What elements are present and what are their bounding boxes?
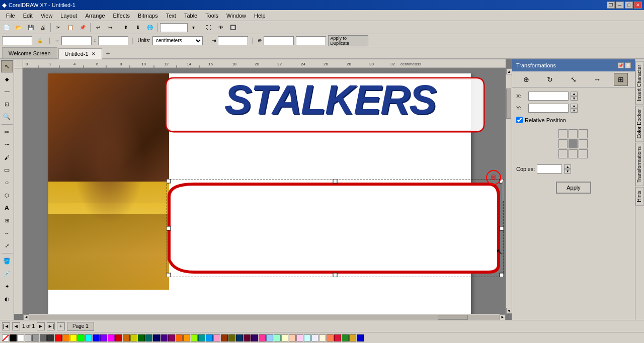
color-swatch-hotpink[interactable] (259, 334, 266, 341)
tool-dimension[interactable]: ↔ (1, 227, 13, 239)
export-button[interactable]: ⬇ (132, 22, 143, 33)
color-swatch-brown[interactable] (221, 334, 228, 341)
apply-button[interactable]: Apply (556, 182, 591, 194)
tool-interactive[interactable]: ✦ (1, 280, 13, 292)
transform-skew-icon[interactable]: ↔ (590, 73, 604, 86)
page-add-button[interactable]: + (57, 322, 65, 330)
paste-button[interactable]: 📌 (77, 22, 88, 33)
color-swatch-lightpink[interactable] (296, 334, 303, 341)
color-swatch-orange2[interactable] (176, 334, 183, 341)
open-button[interactable]: 📂 (13, 22, 24, 33)
color-swatch-darkorange[interactable] (123, 334, 130, 341)
tab-document[interactable]: Untitled-1 ✕ (58, 48, 102, 59)
y-input[interactable]: 0,0 cm (528, 104, 569, 113)
save-button[interactable]: 💾 (25, 22, 36, 33)
scroll-track-h[interactable] (29, 315, 500, 320)
menu-window[interactable]: Window (222, 12, 250, 20)
width-input[interactable]: 32,0 cm (61, 36, 92, 45)
menu-bitmaps[interactable]: Bitmaps (134, 12, 162, 20)
copy-button[interactable]: 📋 (65, 22, 76, 33)
color-swatch-crimson[interactable] (334, 334, 341, 341)
tool-shadow[interactable]: ◐ (1, 293, 13, 305)
color-swatch-goldenrod[interactable] (349, 334, 356, 341)
panel-pin-button[interactable]: 📌 (618, 62, 624, 68)
restore-button[interactable]: ❐ (607, 2, 615, 9)
color-swatch-coral[interactable] (327, 334, 334, 341)
color-swatch-lightblue[interactable] (266, 334, 273, 341)
panel-close-button[interactable]: ✕ (625, 62, 631, 68)
color-swatch-lightsalmon[interactable] (289, 334, 296, 341)
hints-tab[interactable]: Hints (635, 187, 644, 206)
height-input[interactable]: 43,0 cm (98, 36, 128, 45)
tool-polygon[interactable]: ⬡ (1, 189, 13, 201)
menu-help[interactable]: Help (250, 12, 270, 20)
color-swatch-darkred[interactable] (115, 334, 122, 341)
lock-ratio-button[interactable]: 🔒 (34, 35, 45, 46)
menu-layout[interactable]: Layout (56, 12, 81, 20)
anchor-bl[interactable] (558, 149, 568, 158)
full-screen-button[interactable]: ⛶ (203, 22, 214, 33)
bottom-shape-container[interactable] (167, 179, 504, 277)
tab-add-button[interactable]: + (103, 48, 113, 58)
color-swatch-magenta[interactable] (108, 334, 115, 341)
tool-fill[interactable]: 🪣 (1, 255, 13, 267)
color-swatch-mediumblue[interactable] (357, 334, 364, 341)
tool-connector[interactable]: ⤢ (1, 239, 13, 251)
tool-artistic-media[interactable]: 🖌 (1, 151, 13, 163)
copies-up-button[interactable]: ▲ (564, 164, 571, 169)
minimize-button[interactable]: ─ (616, 2, 624, 9)
scroll-right-button[interactable]: ► (500, 314, 506, 320)
copies-input[interactable]: 1 (537, 164, 562, 174)
color-swatch-lightgray[interactable] (311, 334, 318, 341)
color-swatch-navy[interactable] (236, 334, 243, 341)
zoom-dropdown[interactable]: ▾ (188, 22, 199, 33)
color-swatch-yellow[interactable] (70, 334, 77, 341)
page-first-button[interactable]: |◄ (2, 322, 10, 330)
anchor-tc[interactable] (569, 129, 578, 138)
color-docker-tab[interactable]: Color Docker (635, 106, 644, 142)
tool-rectangle[interactable]: ▭ (1, 164, 13, 176)
undo-button[interactable]: ↩ (93, 22, 104, 33)
color-swatch-white[interactable] (17, 334, 24, 341)
color-swatch-gray1[interactable] (25, 334, 32, 341)
new-button[interactable]: 📄 (1, 22, 12, 33)
y-coord-input[interactable]: 0,635 cm (296, 36, 326, 45)
tab-close-icon[interactable]: ✕ (92, 51, 96, 56)
color-swatch-maroon[interactable] (244, 334, 251, 341)
maximize-button[interactable]: □ (625, 2, 633, 9)
menu-view[interactable]: View (37, 12, 57, 20)
insert-character-tab[interactable]: Insert Character (635, 61, 644, 105)
color-swatch-forestgreen[interactable] (342, 334, 349, 341)
x-input[interactable]: 0,0 cm (528, 92, 569, 101)
transform-rotation-icon[interactable]: ↻ (543, 73, 557, 86)
import-button[interactable]: ⬆ (120, 22, 131, 33)
color-swatch-lightyellow[interactable] (281, 334, 288, 341)
color-swatch-black[interactable] (10, 334, 17, 341)
menu-file[interactable]: File (2, 12, 19, 20)
redo-button[interactable]: ↪ (105, 22, 116, 33)
no-color-swatch[interactable] (2, 334, 9, 341)
transformations-tab[interactable]: Transformations (635, 143, 644, 186)
tool-pointer[interactable]: ↖ (1, 60, 13, 72)
publish-button[interactable]: 🌐 (144, 22, 155, 33)
transform-position-icon[interactable]: ⊕ (519, 73, 533, 86)
color-swatch-blue[interactable] (93, 334, 100, 341)
color-swatch-gray2[interactable] (32, 334, 39, 341)
scrollbar-horizontal[interactable]: ◄ ► (23, 314, 506, 320)
tool-zoom[interactable]: 🔍 (1, 111, 13, 123)
snap-button[interactable]: 🔲 (227, 22, 238, 33)
scroll-down-button[interactable]: ▼ (506, 308, 512, 314)
transform-scale-icon[interactable]: ⤡ (567, 73, 581, 86)
tool-table[interactable]: ⊞ (1, 214, 13, 226)
page-next-button[interactable]: ► (37, 322, 45, 330)
tool-text[interactable]: A (1, 202, 13, 214)
tool-shape[interactable]: ◆ (1, 73, 13, 85)
color-swatch-teal[interactable] (198, 334, 205, 341)
color-swatch-skyblue[interactable] (206, 334, 213, 341)
anchor-tr[interactable] (579, 129, 588, 138)
menu-table[interactable]: Table (180, 12, 201, 20)
color-swatch-gray3[interactable] (40, 334, 47, 341)
color-swatch-cyan[interactable] (85, 334, 92, 341)
color-swatch-darkmagenta[interactable] (168, 334, 175, 341)
tool-eyedropper[interactable]: 💉 (1, 268, 13, 280)
